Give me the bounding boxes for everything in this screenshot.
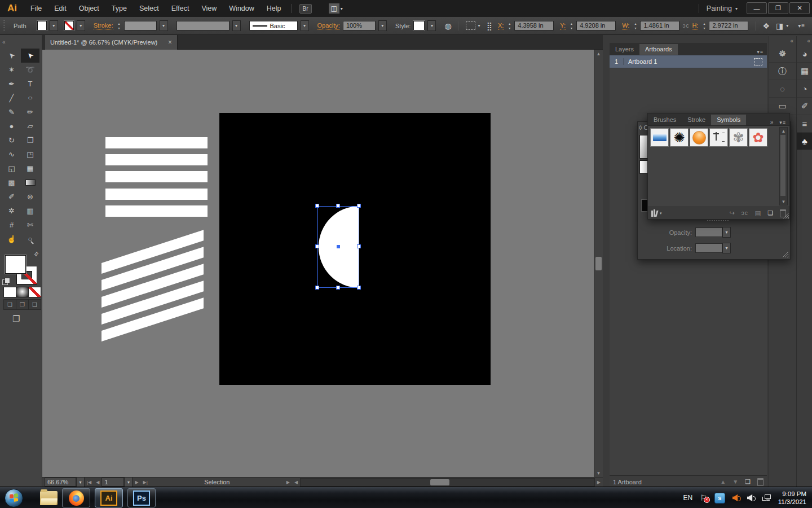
app-volume-icon[interactable] xyxy=(732,494,740,502)
prev-artboard-button[interactable]: ◀ xyxy=(94,480,102,485)
recolor-artwork-icon[interactable]: ◍ xyxy=(444,21,451,30)
swatches-panel-icon[interactable]: ▦ xyxy=(797,63,812,80)
vertical-scrollbar[interactable]: ▲ ▼ xyxy=(594,50,603,477)
hscroll-right-icon[interactable]: ▶ xyxy=(595,480,603,485)
artwork-horizontal-stripe[interactable] xyxy=(105,205,208,217)
selection-handle[interactable] xyxy=(336,204,340,208)
stroke-weight-stepper[interactable]: ▴▾ xyxy=(117,21,121,30)
symbols-scrollbar[interactable]: ▲ ▼ xyxy=(779,127,788,205)
menu-effect[interactable]: Effect xyxy=(165,0,196,17)
pencil-tool[interactable]: ✏ xyxy=(21,105,39,119)
tab-artboards[interactable]: Artboards xyxy=(639,44,678,55)
x-value[interactable]: 4.3958 in xyxy=(514,21,554,30)
first-artboard-button[interactable]: |◀ xyxy=(85,480,94,485)
tab-symbols[interactable]: Symbols xyxy=(711,115,746,125)
selection-handle[interactable] xyxy=(315,286,319,290)
selection-handle[interactable] xyxy=(315,244,319,248)
blend-tool[interactable]: ⊚ xyxy=(21,190,39,204)
artwork-horizontal-stripe[interactable] xyxy=(105,154,208,165)
taskbar-clock[interactable]: 9:09 PM 11/3/2021 xyxy=(778,490,806,506)
symbol-blue-banner[interactable] xyxy=(650,128,669,147)
stroke-swatch[interactable] xyxy=(64,21,74,30)
y-value[interactable]: 4.9208 in xyxy=(576,21,616,30)
status-indicator[interactable]: Selection xyxy=(150,479,284,485)
width-tool[interactable]: ∿ xyxy=(2,147,21,161)
artboard-tool[interactable]: # xyxy=(2,218,21,232)
magic-wand-tool[interactable]: ✶ xyxy=(2,63,21,77)
scroll-down-icon[interactable]: ▼ xyxy=(594,469,603,477)
artboard-row-name[interactable]: Artboard 1 xyxy=(624,58,657,65)
gradient-location-dropdown[interactable]: ▾ xyxy=(722,243,731,253)
artboard-nav-box[interactable]: 1 xyxy=(102,478,124,487)
hscroll-left-icon[interactable]: ◀ xyxy=(292,480,300,485)
symbol-ink-splat[interactable]: ✺ xyxy=(670,128,689,147)
stroke-panel-icon[interactable]: ≡ xyxy=(797,115,812,133)
brush-definition-dropdown[interactable]: ▾ xyxy=(232,20,241,31)
place-symbol-instance-icon[interactable]: ↪ xyxy=(730,209,735,217)
pen-tool[interactable]: ✒ xyxy=(2,77,21,91)
ellipse-tool[interactable]: ○ xyxy=(21,91,39,105)
zoom-dropdown[interactable]: ▾ xyxy=(76,477,85,487)
scroll-up-icon[interactable]: ▲ xyxy=(594,50,603,58)
control-panel-menu-icon[interactable]: ▾≡ xyxy=(798,23,805,29)
delete-symbol-icon[interactable] xyxy=(780,209,786,217)
align-icon[interactable]: ◨ xyxy=(776,21,783,30)
menu-select[interactable]: Select xyxy=(133,0,165,17)
close-button[interactable]: ✕ xyxy=(789,2,810,14)
eraser-tool[interactable]: ▱ xyxy=(21,119,39,133)
vertical-scroll-thumb[interactable] xyxy=(595,257,602,270)
control-bar-grip[interactable] xyxy=(2,20,5,32)
artwork-horizontal-stripe[interactable] xyxy=(105,171,208,182)
menu-window[interactable]: Window xyxy=(223,0,260,17)
tab-stroke[interactable]: Stroke xyxy=(682,115,711,125)
style-swatch[interactable] xyxy=(413,21,425,30)
bridge-button[interactable]: Br xyxy=(299,4,312,14)
draw-normal-mode-button[interactable]: ❏ xyxy=(3,299,16,310)
shape-builder-tool[interactable]: ◱ xyxy=(2,161,21,176)
workspace-chevron[interactable]: ▾ xyxy=(735,6,738,11)
gradient-panel-resize-grip[interactable] xyxy=(782,251,788,257)
w-label[interactable]: W: xyxy=(622,22,629,30)
symbols-collapse-icon[interactable]: » xyxy=(770,119,778,125)
transparency-panel-icon[interactable]: ◌ xyxy=(769,80,796,98)
scale-tool[interactable]: ❐ xyxy=(21,133,39,147)
symbol-orange-orb[interactable] xyxy=(690,128,708,147)
gradient-tool[interactable] xyxy=(21,176,39,190)
align-chevron[interactable]: ▾ xyxy=(786,23,788,28)
move-artboard-up-icon[interactable]: ▲ xyxy=(720,479,726,485)
h-stepper[interactable]: ▴▾ xyxy=(702,21,706,30)
selection-tool[interactable]: ➤ xyxy=(2,49,21,63)
artwork-horizontal-stripe[interactable] xyxy=(105,189,208,200)
symbols-scroll-thumb[interactable] xyxy=(780,135,785,196)
menu-edit[interactable]: Edit xyxy=(48,0,73,17)
blob-brush-tool[interactable]: ● xyxy=(2,119,21,133)
tray-s-app-icon[interactable]: s xyxy=(714,493,725,503)
transform-icon[interactable]: ❖ xyxy=(762,21,770,30)
next-artboard-button[interactable]: ▶ xyxy=(133,480,140,485)
rotate-tool[interactable]: ↻ xyxy=(2,133,21,147)
artboard-row-icon[interactable] xyxy=(754,58,762,65)
selection-handle[interactable] xyxy=(357,204,361,208)
color-panel-icon[interactable]: ◕ xyxy=(797,45,812,63)
selection-handle[interactable] xyxy=(357,244,361,248)
symbol-registration-marks[interactable] xyxy=(709,128,728,147)
w-stepper[interactable]: ▴▾ xyxy=(633,21,637,30)
workspace-switcher[interactable]: Painting ▾ xyxy=(695,0,738,17)
arrange-documents-icon[interactable]: ◫ xyxy=(329,3,339,14)
horizontal-scrollbar[interactable] xyxy=(300,478,595,487)
symbols-scroll-down-icon[interactable]: ▼ xyxy=(780,198,787,205)
illustrator-taskbar-button[interactable]: Ai xyxy=(95,488,123,507)
break-link-icon[interactable]: ɔc xyxy=(742,210,748,216)
opacity-dropdown[interactable]: ▾ xyxy=(378,20,387,31)
new-artboard-icon[interactable]: ❏ xyxy=(745,478,751,485)
eyedropper-tool[interactable]: ✐ xyxy=(2,190,21,204)
fill-dropdown[interactable]: ▾ xyxy=(50,20,58,31)
canvas[interactable] xyxy=(42,50,594,477)
slice-tool[interactable]: ✄ xyxy=(21,218,39,232)
navigator-panel-icon[interactable]: ☸ xyxy=(769,45,796,63)
selection-handle[interactable] xyxy=(336,286,340,290)
menu-view[interactable]: View xyxy=(195,0,223,17)
brushes-panel-icon[interactable]: ✐ xyxy=(797,98,812,115)
w-value[interactable]: 1.4861 in xyxy=(640,21,679,30)
constrain-proportions-icon[interactable]: ɔc xyxy=(682,23,689,29)
